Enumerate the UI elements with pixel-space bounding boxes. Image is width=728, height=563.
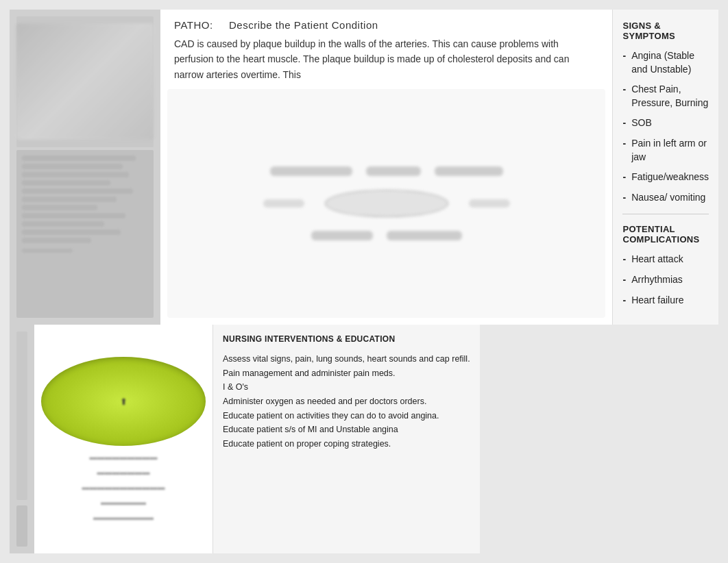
nursing-item-6: Educate patient s/s of MI and Unstable a… (223, 423, 470, 437)
divider (622, 214, 709, 214)
dash-icon: - (622, 116, 626, 130)
nursing-item-4: Administer oxygen as needed and per doct… (223, 395, 470, 409)
blurred-line (22, 188, 133, 194)
dash-icon: - (622, 273, 626, 287)
blurred-line (22, 249, 73, 253)
symptom-text: Fatigue/weakness (631, 171, 709, 184)
nursing-item-2: Pain management and administer pain meds… (223, 366, 470, 381)
green-oval: ⬆ (41, 357, 206, 446)
nursing-text: Assess vital signs, pain, lung sounds, h… (223, 352, 470, 451)
dash-icon: - (622, 191, 626, 205)
blurred-bottom-label-1: ▬▬▬▬▬▬▬▬▬ (90, 453, 158, 461)
dash-icon: - (622, 83, 626, 97)
patho-header: PATHO: Describe the Patient Condition (160, 10, 612, 36)
diagram-blurred-7 (387, 231, 462, 240)
diagram-blurred-6 (311, 231, 373, 240)
dash-icon: - (622, 171, 626, 184)
blurred-line (22, 238, 91, 243)
top-left-upper (16, 16, 154, 147)
blurred-bottom-label-3: ▬▬▬▬▬▬▬▬▬▬▬ (82, 483, 165, 491)
diagram-blurred-2 (366, 166, 421, 176)
dash-icon: - (622, 253, 626, 266)
blurred-line (22, 213, 125, 218)
symptom-item: - Angina (Stable and Unstable) (622, 49, 709, 76)
nursing-title: NURSING INTERVENTIONS & EDUCATION (223, 334, 470, 344)
diagram-blurred-5 (469, 199, 510, 208)
blurred-image (16, 23, 154, 140)
main-wrapper: PATHO: Describe the Patient Condition CA… (10, 10, 718, 553)
complication-text: Heart failure (631, 294, 683, 308)
dash-icon: - (622, 294, 626, 308)
symptom-text: Pain in left arm or jaw (631, 137, 709, 164)
bottom-row: ⬆ ▬▬▬▬▬▬▬▬▬ ▬▬▬▬▬▬▬ ▬▬▬▬▬▬▬▬▬▬▬ ▬▬▬▬▬▬ ▬… (10, 325, 718, 553)
diagram-blurred-1 (270, 166, 352, 176)
bottom-left-box-1 (16, 331, 27, 500)
patho-label: PATHO: (174, 19, 213, 31)
diagram-blurred-3 (435, 166, 503, 176)
blurred-line (22, 172, 129, 177)
blurred-line (22, 164, 123, 169)
complication-text: Arrhythmias (631, 273, 683, 287)
symptom-item: - Chest Pain, Pressure, Burning (622, 83, 709, 110)
complication-item: - Arrhythmias (622, 273, 709, 287)
blurred-line (22, 180, 110, 186)
diagram-blurred-4 (263, 199, 304, 208)
oval-inner-text: ⬆ (120, 397, 128, 407)
blurred-bottom-label-2: ▬▬▬▬▬▬▬ (97, 468, 150, 476)
symptom-list: - Angina (Stable and Unstable) - Chest P… (622, 49, 709, 204)
top-row: PATHO: Describe the Patient Condition CA… (10, 10, 718, 325)
complications-title: POTENTIAL COMPLICATIONS (622, 224, 709, 245)
patho-panel: PATHO: Describe the Patient Condition CA… (160, 10, 612, 325)
blurred-bottom-label-4: ▬▬▬▬▬▬ (101, 498, 146, 506)
symptom-text: Chest Pain, Pressure, Burning (631, 83, 709, 110)
diagram-oval (325, 190, 448, 217)
complication-item: - Heart attack (622, 253, 709, 266)
blurred-line (22, 221, 104, 227)
bottom-middle-panel: ⬆ ▬▬▬▬▬▬▬▬▬ ▬▬▬▬▬▬▬ ▬▬▬▬▬▬▬▬▬▬▬ ▬▬▬▬▬▬ ▬… (34, 325, 213, 553)
bottom-left-panel (10, 325, 34, 553)
nursing-item-5: Educate patient on activities they can d… (223, 409, 470, 423)
blurred-line (22, 229, 121, 235)
patho-description: Describe the Patient Condition (229, 19, 378, 31)
symptom-text: Nausea/ vomiting (631, 191, 705, 205)
nursing-item-3: I & O's (223, 380, 470, 395)
bottom-left-box-2 (16, 505, 27, 547)
blurred-line (22, 205, 97, 210)
nursing-item-7: Educate patient on proper coping strateg… (223, 437, 470, 451)
symptom-text: SOB (631, 116, 652, 130)
patho-diagram (167, 89, 605, 318)
symptom-item: - Nausea/ vomiting (622, 191, 709, 205)
symptom-item: - Pain in left arm or jaw (622, 137, 709, 164)
patho-text: CAD is caused by plaque buildup in the w… (160, 36, 612, 82)
complication-text: Heart attack (631, 253, 683, 266)
dash-icon: - (622, 137, 626, 151)
symptom-item: - Fatigue/weakness (622, 171, 709, 184)
complication-item: - Heart failure (622, 294, 709, 308)
bottom-labels: ▬▬▬▬▬▬▬▬▬ ▬▬▬▬▬▬▬ ▬▬▬▬▬▬▬▬▬▬▬ ▬▬▬▬▬▬ ▬▬▬… (41, 453, 206, 521)
top-left-panel (10, 10, 160, 325)
blurred-bottom-label-5: ▬▬▬▬▬▬▬▬ (93, 513, 154, 521)
complications-section: POTENTIAL COMPLICATIONS - Heart attack -… (622, 224, 709, 307)
nursing-panel: NURSING INTERVENTIONS & EDUCATION Assess… (213, 325, 480, 553)
symptom-item: - SOB (622, 116, 709, 130)
dash-icon: - (622, 49, 626, 63)
symptom-text: Angina (Stable and Unstable) (631, 49, 709, 76)
blurred-line (22, 155, 136, 161)
signs-symptoms-title: SIGNS & SYMPTOMS (622, 21, 709, 41)
top-left-lower (16, 150, 154, 318)
blurred-line (22, 197, 117, 202)
nursing-item-1: Assess vital signs, pain, lung sounds, h… (223, 352, 470, 366)
signs-symptoms-panel: SIGNS & SYMPTOMS - Angina (Stable and Un… (612, 10, 718, 325)
